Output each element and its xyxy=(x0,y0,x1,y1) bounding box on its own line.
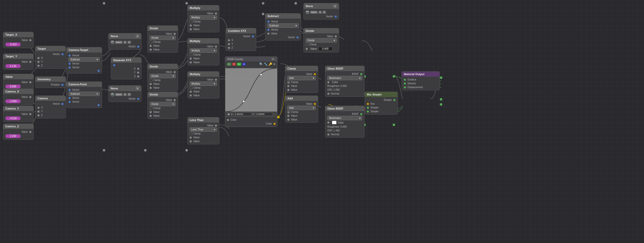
divide2-v1-socket xyxy=(150,83,152,85)
less-than1-v2-socket xyxy=(190,140,192,142)
divide-top-clamp-check[interactable] xyxy=(306,43,308,46)
norm1-camera-icon: 📷 xyxy=(111,40,114,44)
divide2-node: Divide Value Divide▾ Clamp Value Value xyxy=(147,64,178,91)
curves-wrench-icon[interactable]: 🔑 xyxy=(268,62,272,66)
clamp-check[interactable]: ✓ xyxy=(287,81,290,84)
subtract-dropdown[interactable]: Subtract▾ xyxy=(267,23,299,28)
target-x-in-socket xyxy=(37,57,40,59)
camera-y-title: Camera_Y xyxy=(5,107,19,110)
svg-point-17 xyxy=(440,98,442,101)
clamp-v2-socket xyxy=(287,89,289,91)
svg-point-3 xyxy=(262,13,264,15)
rgb-curves-color-in-socket xyxy=(227,119,229,121)
multiply2-dropdown[interactable]: Multiply▾ xyxy=(190,48,217,53)
divide2-v2-socket xyxy=(150,87,152,89)
target-y-value-label: Value xyxy=(21,60,28,63)
divide-top-value-input[interactable] xyxy=(318,47,332,51)
camera-x-value-input[interactable]: -2.899 xyxy=(5,99,21,103)
glass-bsdf1-dropdown[interactable]: Beckmann▾ xyxy=(327,76,362,80)
add-dropdown[interactable]: Add▾ xyxy=(287,106,316,110)
camera-z-node: Camera_Z Value 2.269 xyxy=(3,124,34,140)
clamp-dropdown[interactable]: Add▾ xyxy=(287,76,316,80)
divide-top-v1-socket xyxy=(306,48,308,50)
camera-target-v2-socket xyxy=(69,66,71,69)
combine-xyz-header: Combine XYZ xyxy=(226,28,256,33)
value-socket xyxy=(29,81,31,83)
divide1-dropdown[interactable]: Divide▾ xyxy=(150,36,176,40)
material-output-header: Material Output xyxy=(402,72,440,77)
glass-bsdf1-color-socket xyxy=(327,81,329,83)
combine-xyz-y-socket xyxy=(228,43,230,45)
camera-point-v1-socket xyxy=(69,97,71,99)
geometry-node: Geometry Position xyxy=(35,76,66,88)
norm2-camera-icon: 📷 xyxy=(111,93,114,96)
curves-close-btn[interactable]: ✕ xyxy=(271,58,275,61)
svg-point-2 xyxy=(262,2,264,5)
multiply2-header: Multiply xyxy=(188,38,219,44)
curves-g-btn[interactable]: G xyxy=(237,63,241,66)
divide3-v2-socket xyxy=(150,115,152,117)
multiply1-clamp-check[interactable] xyxy=(190,20,192,23)
camera-point-dropdown[interactable]: Subtract▾ xyxy=(69,92,100,96)
divide2-dropdown[interactable]: Divide▾ xyxy=(150,74,176,78)
geometry-header: Geometry xyxy=(35,77,66,82)
multiply3-v1-socket xyxy=(190,91,192,93)
glass-bsdf2-color-swatch[interactable] xyxy=(332,121,337,124)
subtract-v1-socket xyxy=(267,21,269,23)
less-than1-clamp-check[interactable] xyxy=(190,132,192,135)
curves-r-btn[interactable]: R xyxy=(232,63,236,66)
mix-shader-header: Mix Shader xyxy=(365,92,397,97)
target-title: Target xyxy=(37,47,46,50)
svg-point-15 xyxy=(440,76,442,79)
multiply3-dropdown[interactable]: Multiply▾ xyxy=(190,82,217,86)
add-check[interactable]: ✓ xyxy=(287,111,290,113)
less-than1-v1-socket xyxy=(190,137,192,139)
less-than1-header: Less Than xyxy=(188,117,219,123)
camera-z-value-input[interactable]: 2.269 xyxy=(5,134,21,138)
divide3-clamp-check[interactable] xyxy=(150,107,152,110)
norm1-vector-socket xyxy=(137,46,139,48)
multiply2-clamp-check[interactable] xyxy=(190,53,192,56)
target-y-value-input[interactable]: 0.130 xyxy=(5,64,21,68)
multiply1-node: Multiply Value Multiply▾ Clamp Value Val… xyxy=(187,5,219,32)
curves-y-input[interactable] xyxy=(255,112,273,116)
camera-point-in-socket xyxy=(69,89,71,91)
curves-b-btn[interactable]: B xyxy=(242,63,246,66)
curves-reset-icon[interactable]: ✕ xyxy=(273,62,276,66)
glass-bsdf1-node: Glass BSDF BSDF Beckmann▾ Color Roughnes… xyxy=(325,66,365,97)
multiply1-dropdown[interactable]: Multiply▾ xyxy=(190,15,217,20)
glass-bsdf2-node: Glass BSDF BSDF Beckmann▾ Color Roughnes… xyxy=(325,106,365,138)
target-x-value-input[interactable]: -0.410 xyxy=(5,43,21,46)
camera-z-value-socket xyxy=(29,131,31,133)
multiply1-v1-socket xyxy=(190,24,192,26)
divide3-dropdown[interactable]: Divide▾ xyxy=(150,102,176,106)
camera-target-dropdown[interactable]: Subtract▾ xyxy=(69,57,100,62)
separate-xyz-node: Separate XYZ X Y Z xyxy=(111,57,141,79)
curves-x-input[interactable] xyxy=(234,112,251,116)
value-input[interactable]: 0.808 xyxy=(5,85,21,88)
glass-bsdf2-dropdown[interactable]: Beckmann▾ xyxy=(327,116,362,120)
divide1-clamp-check[interactable] xyxy=(150,41,152,43)
multiply2-out-socket xyxy=(215,46,217,48)
subtract-node: Subtract Vector Subtract▾ Vector Value V… xyxy=(265,13,301,40)
divide-top-dropdown[interactable]: Divide▾ xyxy=(306,38,337,43)
combine-xyz-x-socket xyxy=(228,39,230,41)
curves-left-btn[interactable]: ◀ xyxy=(227,113,230,116)
divide2-clamp-check[interactable] xyxy=(150,79,152,82)
subtract-val-socket xyxy=(267,33,269,35)
camera-y-value-input[interactable]: -4.018 xyxy=(5,116,21,120)
curves-tool-icon[interactable]: 🔧 xyxy=(264,62,268,66)
multiply3-clamp-check[interactable] xyxy=(190,87,192,89)
mix-shader-out-socket xyxy=(393,99,395,101)
less-than1-dropdown[interactable]: Less Than▾ xyxy=(190,127,217,132)
material-output-volume-socket xyxy=(404,83,406,85)
node-canvas: Target_X Value -0.410 Target_Y Value 0.1… xyxy=(0,0,644,243)
curves-c-btn[interactable]: C xyxy=(227,63,231,66)
multiply3-out-socket xyxy=(215,79,217,81)
camera-x-value-socket xyxy=(29,96,31,98)
subtract-out-socket xyxy=(297,36,299,38)
glass-bsdf2-color-socket xyxy=(327,122,329,124)
curves-zoom-icon[interactable]: 🔍 xyxy=(259,62,263,66)
less-than1-node: Less Than Value Less Than▾ Clamp Value V… xyxy=(187,117,219,144)
glass-bsdf2-out-socket xyxy=(360,113,362,115)
